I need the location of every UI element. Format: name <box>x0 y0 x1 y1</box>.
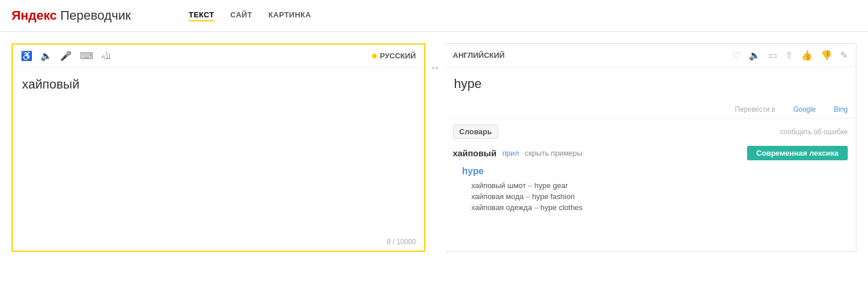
source-text-input[interactable]: хайповый <box>13 68 424 233</box>
dict-examples: хайповый шмот – hype gear хайповая мода … <box>472 181 848 212</box>
target-lang-label: АНГЛИЙСКИЙ <box>453 51 505 60</box>
source-panel: ♿ 🔈 🎤 ⌨ ﷲ РУССКИЙ хайповый 8 / 10000 <box>12 43 425 252</box>
dictionary-section: Словарь сообщить об ошибке хайповый прил… <box>445 118 856 220</box>
edit-icon[interactable]: ✎ <box>840 50 848 61</box>
dict-example-2: хайповая мода – hype fashion <box>472 192 848 201</box>
header: Яндекс Переводчик ТЕКСТ САЙТ КАРТИНКА <box>0 0 868 32</box>
lang-dot <box>372 54 377 58</box>
dict-example-1: хайповый шмот – hype gear <box>472 181 848 190</box>
dict-source-word: хайповый <box>453 148 496 158</box>
nav-text[interactable]: ТЕКСТ <box>189 10 214 21</box>
nav: ТЕКСТ САЙТ КАРТИНКА <box>189 10 311 21</box>
example-en-2: hype fashion <box>532 192 575 201</box>
copy-icon[interactable]: ▭ <box>768 50 777 61</box>
source-toolbar: ♿ 🔈 🎤 ⌨ ﷲ РУССКИЙ <box>13 45 424 68</box>
target-toolbar: АНГЛИЙСКИЙ ♡ 🔈 ▭ ⇧ 👍 👎 ✎ <box>445 44 856 67</box>
google-link[interactable]: Google <box>793 105 816 113</box>
dictionary-badge[interactable]: Словарь <box>453 124 498 139</box>
swap-icon[interactable]: ↔ <box>430 62 440 74</box>
spellcheck-icon[interactable]: ﷲ <box>101 51 111 61</box>
main-content: ♿ 🔈 🎤 ⌨ ﷲ РУССКИЙ хайповый 8 / 10000 ↔ А… <box>0 32 868 263</box>
bing-link[interactable]: Bing <box>834 105 848 113</box>
nav-image[interactable]: КАРТИНКА <box>269 10 311 21</box>
char-count: 8 / 10000 <box>13 233 424 251</box>
example-en-1: hype gear <box>534 181 568 190</box>
dict-word-line: хайповый прил скрыть примеры Современная… <box>453 146 848 160</box>
example-ru-2: хайповая мода <box>472 192 524 201</box>
source-lang-indicator: РУССКИЙ <box>372 52 416 60</box>
swap-divider: ↔ <box>425 32 445 263</box>
dict-tag: Современная лексика <box>747 146 848 160</box>
volume-icon[interactable]: 🔈 <box>41 50 52 61</box>
dict-pos: прил <box>502 149 519 157</box>
dict-example-3: хайповая одежда – hype clothes <box>472 203 848 212</box>
dict-toggle[interactable]: скрыть примеры <box>525 149 582 157</box>
dict-translation-word: hype <box>462 166 848 177</box>
example-ru-3: хайповая одежда <box>472 203 532 212</box>
nav-site[interactable]: САЙТ <box>230 10 252 21</box>
volume-right-icon[interactable]: 🔈 <box>749 50 760 61</box>
target-panel: АНГЛИЙСКИЙ ♡ 🔈 ▭ ⇧ 👍 👎 ✎ hype Перевести … <box>445 43 857 252</box>
bookmark-icon[interactable]: ♡ <box>733 50 741 61</box>
clear-icon[interactable]: ♿ <box>21 50 32 61</box>
dict-header: Словарь сообщить об ошибке <box>453 124 848 139</box>
right-icon-group: ♡ 🔈 ▭ ⇧ 👍 👎 ✎ <box>733 50 848 61</box>
mic-icon[interactable]: 🎤 <box>60 50 72 61</box>
example-en-3: hype clothes <box>540 203 583 212</box>
share-icon[interactable]: ⇧ <box>785 50 793 61</box>
translated-text: hype <box>445 67 856 101</box>
thumbup-icon[interactable]: 👍 <box>801 50 812 61</box>
source-lang-label: РУССКИЙ <box>380 52 416 60</box>
translate-via-links: Перевести в Google Bing <box>445 101 856 118</box>
thumbdown-icon[interactable]: 👎 <box>821 50 832 61</box>
logo-translator: Переводчик <box>60 8 131 23</box>
example-ru-1: хайповый шмот <box>472 181 527 190</box>
translate-via-label: Перевести в <box>735 105 775 113</box>
logo[interactable]: Яндекс Переводчик <box>12 8 131 23</box>
report-error-link[interactable]: сообщить об ошибке <box>780 128 848 136</box>
logo-yandex: Яндекс <box>12 8 57 23</box>
keyboard-icon[interactable]: ⌨ <box>80 50 93 61</box>
